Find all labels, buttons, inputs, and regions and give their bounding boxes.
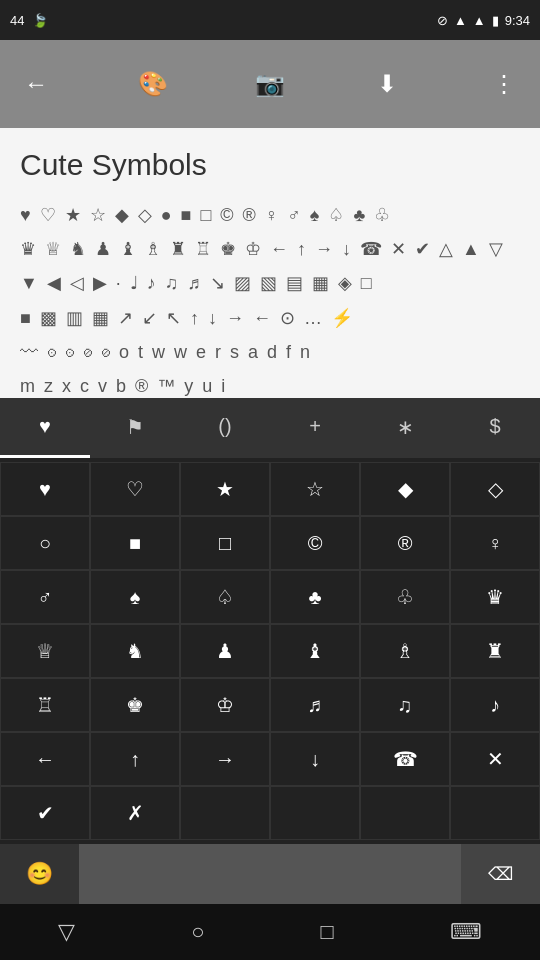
emoji-button[interactable]: 😊 xyxy=(0,844,80,904)
symbol-key[interactable]: ✕ xyxy=(450,732,540,786)
symbol-key[interactable]: ♂ xyxy=(0,570,90,624)
download-button[interactable]: ⬇ xyxy=(367,70,407,98)
symbol-key[interactable]: ♕ xyxy=(0,624,90,678)
symbol-key[interactable]: ☆ xyxy=(270,462,360,516)
page-title: Cute Symbols xyxy=(20,148,520,182)
status-bar-right: ⊘ ▲ ▲ ▮ 9:34 xyxy=(437,13,530,28)
symbol-key[interactable]: ♠ xyxy=(90,570,180,624)
symbol-key[interactable]: ♡ xyxy=(90,462,180,516)
symbol-key[interactable]: ♫ xyxy=(360,678,450,732)
nav-keyboard-icon[interactable]: ⌨ xyxy=(450,919,482,945)
symbol-key[interactable]: ♟ xyxy=(180,624,270,678)
content-area: Cute Symbols ♥ ♡ ★ ☆ ◆ ◇ ● ■ □ © ® ♀ ♂ ♠… xyxy=(0,128,540,419)
palette-button[interactable]: 🎨 xyxy=(133,70,173,98)
symbol-key[interactable]: ♚ xyxy=(90,678,180,732)
symbol-key[interactable]: ↑ xyxy=(90,732,180,786)
symbol-key[interactable]: ■ xyxy=(90,516,180,570)
symbol-key[interactable] xyxy=(270,786,360,840)
status-bar-left: 44 🍃 xyxy=(10,13,48,28)
tab-flags[interactable]: ⚑ xyxy=(90,398,180,458)
symbol-key[interactable]: ★ xyxy=(180,462,270,516)
symbol-key[interactable]: ↓ xyxy=(270,732,360,786)
status-icon-block: ⊘ xyxy=(437,13,448,28)
tab-plus[interactable]: + xyxy=(270,398,360,458)
status-battery-icon: ▮ xyxy=(492,13,499,28)
symbol-key[interactable]: ♖ xyxy=(0,678,90,732)
status-signal-num: 44 xyxy=(10,13,24,28)
symbol-key[interactable]: ○ xyxy=(0,516,90,570)
back-button[interactable]: ← xyxy=(16,70,56,98)
symbol-key[interactable]: □ xyxy=(180,516,270,570)
symbol-key[interactable]: ◇ xyxy=(450,462,540,516)
tab-parens[interactable]: () xyxy=(180,398,270,458)
symbol-key[interactable]: ♝ xyxy=(270,624,360,678)
symbol-key[interactable]: ☎ xyxy=(360,732,450,786)
status-signal-icon: ▲ xyxy=(473,13,486,28)
status-icon-leaf: 🍃 xyxy=(32,13,48,28)
symbol-grid: ♥ ♡ ★ ☆ ◆ ◇ ○ ■ □ © ® ♀ ♂ ♠ ♤ ♣ ♧ ♛ ♕ ♞ … xyxy=(0,458,540,844)
symbol-key[interactable]: ← xyxy=(0,732,90,786)
symbol-key[interactable]: ✗ xyxy=(90,786,180,840)
symbol-key[interactable]: ♜ xyxy=(450,624,540,678)
symbol-key[interactable] xyxy=(450,786,540,840)
nav-recents-icon[interactable]: □ xyxy=(321,919,334,945)
more-button[interactable]: ⋮ xyxy=(484,70,524,98)
symbol-key[interactable]: ♣ xyxy=(270,570,360,624)
symbol-key[interactable]: → xyxy=(180,732,270,786)
keyboard-bottom-row: 😊 ⌫ xyxy=(0,844,540,904)
nav-home-icon[interactable]: ○ xyxy=(191,919,204,945)
keyboard-wrapper: ♥ ⚑ () + ∗ $ ♥ ♡ ★ ☆ ◆ ◇ ○ ■ □ © ® ♀ ♂ ♠… xyxy=(0,398,540,904)
keyboard-tabs: ♥ ⚑ () + ∗ $ xyxy=(0,398,540,458)
status-wifi-icon: ▲ xyxy=(454,13,467,28)
nav-bar: ▽ ○ □ ⌨ xyxy=(0,904,540,960)
symbol-key[interactable]: ♛ xyxy=(450,570,540,624)
symbol-key[interactable]: © xyxy=(270,516,360,570)
symbol-key[interactable]: ✔ xyxy=(0,786,90,840)
symbol-key[interactable]: ♞ xyxy=(90,624,180,678)
symbol-key[interactable]: ♤ xyxy=(180,570,270,624)
tab-asterisk[interactable]: ∗ xyxy=(360,398,450,458)
toolbar: ← 🎨 📷 ⬇ ⋮ xyxy=(0,40,540,128)
text-input-area[interactable] xyxy=(80,844,460,904)
backspace-button[interactable]: ⌫ xyxy=(460,844,540,904)
symbol-key[interactable]: ♥ xyxy=(0,462,90,516)
symbol-key[interactable]: ♔ xyxy=(180,678,270,732)
symbol-key[interactable]: ◆ xyxy=(360,462,450,516)
nav-back-icon[interactable]: ▽ xyxy=(58,919,75,945)
tab-dollar[interactable]: $ xyxy=(450,398,540,458)
tab-hearts[interactable]: ♥ xyxy=(0,398,90,458)
symbol-key[interactable] xyxy=(360,786,450,840)
symbol-key[interactable]: ♪ xyxy=(450,678,540,732)
symbol-key[interactable]: ♗ xyxy=(360,624,450,678)
symbol-key[interactable]: ® xyxy=(360,516,450,570)
status-time: 9:34 xyxy=(505,13,530,28)
camera-button[interactable]: 📷 xyxy=(250,70,290,98)
symbol-key[interactable]: ♧ xyxy=(360,570,450,624)
symbols-display: ♥ ♡ ★ ☆ ◆ ◇ ● ■ □ © ® ♀ ♂ ♠ ♤ ♣ ♧ ♛ ♕ ♞ … xyxy=(20,198,520,403)
status-bar: 44 🍃 ⊘ ▲ ▲ ▮ 9:34 xyxy=(0,0,540,40)
symbol-key[interactable]: ♀ xyxy=(450,516,540,570)
symbol-key[interactable] xyxy=(180,786,270,840)
symbol-key[interactable]: ♬ xyxy=(270,678,360,732)
